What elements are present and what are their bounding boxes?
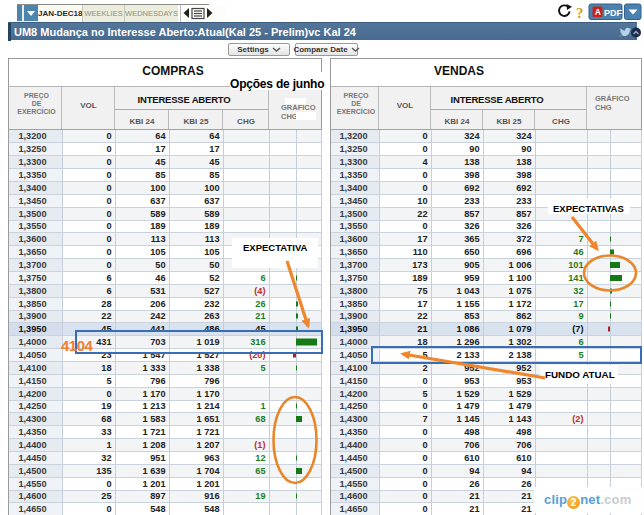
svg-text:?: ?	[576, 5, 584, 21]
svg-text:PDF: PDF	[604, 8, 623, 18]
svg-text:A: A	[595, 7, 601, 17]
